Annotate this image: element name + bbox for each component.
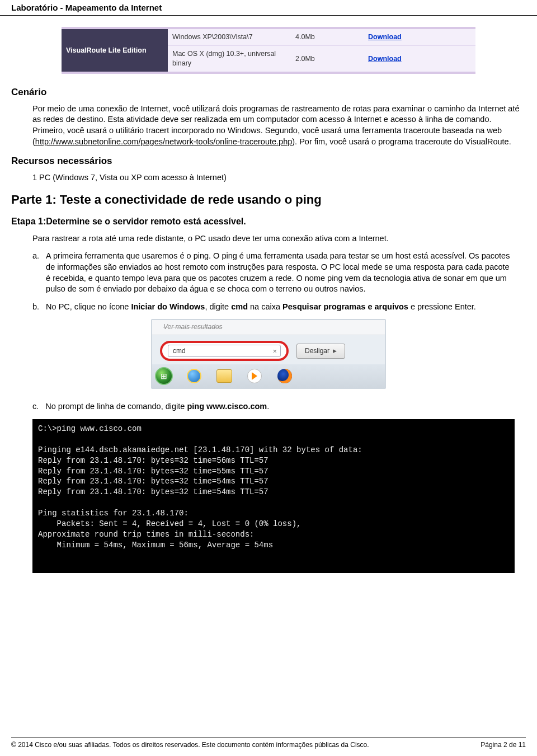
- table-row: VisualRoute Lite Edition Windows XP\2003…: [62, 29, 475, 72]
- download-link[interactable]: Download: [368, 54, 402, 64]
- media-player-icon[interactable]: [243, 367, 266, 386]
- file-explorer-icon[interactable]: [213, 367, 236, 386]
- internet-explorer-icon[interactable]: [182, 367, 206, 386]
- c-bold-ping: ping www.cisco.com: [187, 402, 267, 411]
- step1-heading: Etapa 1:Determine se o servidor remoto e…: [11, 215, 526, 228]
- search-input[interactable]: cmd ×: [168, 345, 281, 357]
- list-marker: b.: [32, 302, 39, 313]
- firefox-icon[interactable]: [273, 367, 296, 386]
- resources-item: 1 PC (Windows 7, Vista ou XP com acesso …: [32, 172, 526, 184]
- b-bold-cmd: cmd: [231, 302, 248, 311]
- list-text: A primeira ferramenta que usaremos é o p…: [46, 251, 515, 294]
- list-text: No PC, clique no ícone Iniciar do Window…: [46, 302, 515, 313]
- download-link[interactable]: Download: [368, 32, 402, 42]
- windows-search-screenshot: Ver mais resultados cmd × Desligar ▶ ⊞: [151, 319, 386, 389]
- b-pre: No PC, clique no ícone: [46, 302, 131, 311]
- os-cell: Mac OS X (dmg) 10.3+, universal binary: [168, 46, 291, 72]
- b-mid2: na caixa: [248, 302, 282, 311]
- b-mid1: , digite: [205, 302, 231, 311]
- list-marker: c.: [32, 401, 39, 412]
- see-more-results-hint: Ver mais resultados: [152, 320, 385, 335]
- command-prompt-output: C:\>ping www.cisco.com Pinging e144.dscb…: [32, 419, 515, 573]
- shutdown-label: Desligar: [305, 346, 329, 355]
- chevron-right-icon: ▶: [333, 348, 337, 354]
- resources-heading: Recursos necessários: [11, 155, 526, 168]
- size-cell: 2.0Mb: [291, 46, 364, 72]
- shutdown-button[interactable]: Desligar ▶: [296, 344, 345, 358]
- b-bold-iniciar: Iniciar do Windows: [131, 302, 205, 311]
- page-footer: © 2014 Cisco e/ou suas afiliadas. Todos …: [11, 738, 526, 749]
- step1-intro: Para rastrear a rota até uma rede distan…: [32, 233, 515, 245]
- search-highlight-oval: cmd ×: [160, 341, 289, 361]
- footer-copyright: © 2014 Cisco e/ou suas afiliadas. Todos …: [11, 740, 369, 749]
- table-bottom-rule: [62, 72, 475, 74]
- footer-page-number: Página 2 de 11: [481, 740, 526, 749]
- part1-heading: Parte 1: Teste a conectividade de rede u…: [11, 191, 526, 208]
- taskbar: ⊞: [152, 364, 385, 388]
- c-pre: No prompt de linha de comando, digite: [45, 402, 187, 411]
- list-item-c: c. No prompt de linha de comando, digite…: [32, 401, 515, 412]
- page-title: Laboratório - Mapeamento da Internet: [11, 3, 162, 12]
- page-header: Laboratório - Mapeamento da Internet: [0, 0, 537, 16]
- size-cell: 4.0Mb: [291, 29, 364, 45]
- list-marker: a.: [32, 251, 39, 294]
- scenario-heading: Cenário: [11, 86, 526, 99]
- list-item-b: b. No PC, clique no ícone Iniciar do Win…: [32, 302, 515, 313]
- scenario-paragraph: Por meio de uma conexão de Internet, voc…: [32, 104, 526, 147]
- os-cell: Windows XP\2003\Vista\7: [168, 29, 291, 45]
- clear-icon[interactable]: ×: [272, 346, 277, 356]
- search-value: cmd: [173, 346, 186, 355]
- b-post: e pressione Enter.: [408, 302, 476, 311]
- start-orb-icon[interactable]: ⊞: [152, 367, 176, 386]
- traceroute-url-link[interactable]: http://www.subnetonline.com/pages/networ…: [35, 137, 292, 146]
- page-content: VisualRoute Lite Edition Windows XP\2003…: [0, 16, 537, 600]
- scenario-text-after: ). Por fim, você usará o programa tracer…: [292, 137, 511, 146]
- c-post: .: [267, 402, 269, 411]
- download-cell: Download: [364, 29, 475, 45]
- search-row: cmd × Desligar ▶: [152, 335, 385, 364]
- product-name-cell: VisualRoute Lite Edition: [62, 29, 168, 72]
- download-cell: Download: [364, 46, 475, 72]
- list-item-a: a. A primeira ferramenta que usaremos é …: [32, 251, 515, 294]
- b-bold-pesquisar: Pesquisar programas e arquivos: [282, 302, 408, 311]
- download-table: VisualRoute Lite Edition Windows XP\2003…: [62, 27, 475, 74]
- list-text: No prompt de linha de comando, digite pi…: [45, 401, 515, 412]
